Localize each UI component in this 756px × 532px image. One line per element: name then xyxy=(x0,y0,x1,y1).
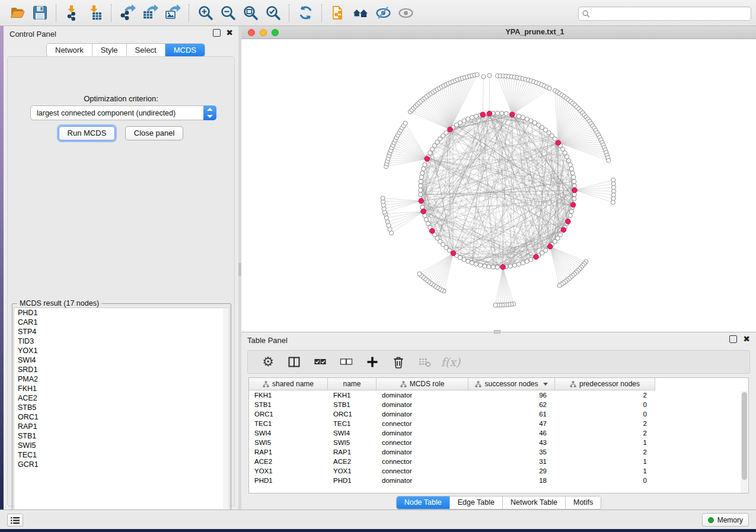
zoom-in-icon[interactable] xyxy=(195,3,215,23)
table-toolbar: ⚙f(x) xyxy=(247,350,750,374)
mcds-result-item[interactable]: STB1 xyxy=(14,431,224,441)
mcds-result-item[interactable]: CAR1 xyxy=(14,318,224,327)
table-cell: ACE2 xyxy=(249,457,328,466)
mcds-result-item[interactable]: YOX1 xyxy=(14,346,224,355)
close-panel-icon[interactable]: ✖ xyxy=(226,28,233,37)
mcds-result-item[interactable]: RAP1 xyxy=(14,422,224,431)
search-input[interactable] xyxy=(593,9,747,18)
show-hidden-icon[interactable] xyxy=(395,3,416,23)
export-network-icon[interactable] xyxy=(117,3,138,23)
float-table-panel-icon[interactable] xyxy=(729,335,737,343)
select-all-icon[interactable] xyxy=(310,352,330,372)
table-scrollbar-thumb[interactable] xyxy=(742,392,747,480)
table-row[interactable]: SWI5SWI5connector431 xyxy=(249,438,748,447)
table-scrollbar[interactable] xyxy=(741,391,748,493)
zoom-out-icon[interactable] xyxy=(218,3,238,23)
tab-node-table[interactable]: Node Table xyxy=(397,496,450,509)
import-network-icon[interactable] xyxy=(62,3,82,23)
search-box[interactable] xyxy=(578,7,751,21)
float-panel-icon[interactable] xyxy=(213,29,221,37)
mcds-result-item[interactable]: SRD1 xyxy=(14,365,224,374)
memory-label: Memory xyxy=(717,516,743,524)
delete-row-icon[interactable] xyxy=(388,352,409,372)
table-row[interactable]: PHD1PHD1dominator180 xyxy=(249,476,748,485)
tab-select[interactable]: Select xyxy=(127,44,165,56)
hide-selection-icon[interactable] xyxy=(373,3,393,23)
table-row[interactable]: FKH1FKH1dominator962 xyxy=(249,390,748,400)
table-row[interactable]: SWI4SWI4dominator462 xyxy=(249,428,748,438)
table-row[interactable]: STB1STB1dominator620 xyxy=(249,400,748,409)
tab-style[interactable]: Style xyxy=(92,44,127,56)
table-cell: STB1 xyxy=(249,400,328,409)
table-cell: TEC1 xyxy=(328,419,377,428)
horizontal-splitter-grip[interactable] xyxy=(494,330,500,334)
optimization-criterion-select[interactable]: largest connected component (undirected) xyxy=(30,105,216,120)
close-panel-button[interactable]: Close panel xyxy=(125,126,184,140)
mcds-result-item[interactable]: STP4 xyxy=(14,327,224,336)
mcds-result-item[interactable]: SWI5 xyxy=(14,441,224,450)
tab-edge-table[interactable]: Edge Table xyxy=(450,496,503,509)
network-window-titlebar[interactable]: YPA_prune.txt_1 xyxy=(241,26,756,39)
mcds-list-scrollbar[interactable] xyxy=(223,307,229,521)
control-panel: Control Panel ✖ NetworkStyleSelectMCDS O… xyxy=(4,26,238,509)
tab-motifs[interactable]: Motifs xyxy=(566,496,601,509)
open-file-icon[interactable] xyxy=(7,3,27,23)
zoom-selected-icon[interactable] xyxy=(263,3,283,23)
add-row-icon[interactable] xyxy=(362,352,382,372)
refresh-layout-icon[interactable] xyxy=(295,3,315,23)
mcds-result-item[interactable]: FKH1 xyxy=(14,384,224,393)
table-cell: 2 xyxy=(555,390,655,400)
close-window-traffic-light[interactable] xyxy=(248,29,255,36)
run-mcds-button[interactable]: Run MCDS xyxy=(59,126,116,140)
table-cell: dominator xyxy=(377,447,468,457)
tab-mcds[interactable]: MCDS xyxy=(165,44,205,56)
network-graph[interactable] xyxy=(241,39,756,332)
control-panel-title: Control Panel xyxy=(9,30,56,39)
tab-network-table[interactable]: Network Table xyxy=(503,496,566,509)
column-header-shared-name[interactable]: shared name xyxy=(249,378,328,390)
export-table-icon[interactable] xyxy=(140,3,160,23)
column-label: name xyxy=(343,380,361,388)
deselect-all-icon[interactable] xyxy=(336,352,356,372)
table-cell: dominator xyxy=(377,390,468,400)
mcds-result-item[interactable]: TEC1 xyxy=(14,450,224,460)
close-table-panel-icon[interactable]: ✖ xyxy=(743,334,750,344)
mcds-result-item[interactable]: PMA2 xyxy=(14,374,224,384)
column-header-name[interactable]: name xyxy=(328,378,377,390)
mcds-result-item[interactable]: GCR1 xyxy=(14,460,224,469)
mcds-result-item[interactable]: ACE2 xyxy=(14,393,224,403)
table-row[interactable]: ACE2ACE2connector311 xyxy=(249,457,748,466)
mcds-result-list[interactable]: PHD1CAR1STP4TID3YOX1SWI4SRD1PMA2FKH1ACE2… xyxy=(14,307,224,521)
show-columns-icon[interactable] xyxy=(284,352,304,372)
minimize-window-traffic-light[interactable] xyxy=(260,29,267,36)
tab-network[interactable]: Network xyxy=(47,44,92,56)
table-row[interactable]: YOX1YOX1connector291 xyxy=(249,466,748,476)
table-cell: dominator xyxy=(377,428,468,438)
settings-gear-icon[interactable]: ⚙ xyxy=(258,352,278,372)
save-session-icon[interactable] xyxy=(30,3,50,23)
network-canvas[interactable] xyxy=(241,39,756,332)
memory-button[interactable]: Memory xyxy=(702,513,749,527)
mcds-result-item[interactable]: STB5 xyxy=(14,403,224,412)
task-history-button[interactable] xyxy=(7,514,23,527)
import-table-icon[interactable] xyxy=(85,3,105,23)
mcds-result-item[interactable]: SWI4 xyxy=(14,355,224,365)
mcds-result-item[interactable]: PHD1 xyxy=(14,308,224,318)
table-cell: 1 xyxy=(555,438,655,447)
mcds-result-item[interactable]: ORC1 xyxy=(14,412,224,422)
table-cell: connector xyxy=(377,457,468,466)
column-header-MCDS-role[interactable]: MCDS role xyxy=(377,378,468,390)
zoom-fit-icon[interactable] xyxy=(240,3,260,23)
column-header-predecessor-nodes[interactable]: predecessor nodes xyxy=(555,378,655,390)
export-image-icon[interactable] xyxy=(162,3,183,23)
mcds-result-item[interactable]: TID3 xyxy=(14,336,224,346)
clone-network-icon[interactable] xyxy=(328,3,348,23)
table-cell: 35 xyxy=(468,447,555,457)
table-cell: SWI5 xyxy=(249,438,328,447)
table-row[interactable]: TEC1TEC1connector472 xyxy=(249,419,748,428)
status-bar: Memory xyxy=(0,509,756,529)
column-header-successor-nodes[interactable]: successor nodes xyxy=(468,378,555,390)
homes-icon[interactable] xyxy=(350,3,371,23)
table-row[interactable]: ORC1ORC1dominator610 xyxy=(249,409,748,419)
table-row[interactable]: RAP1RAP1dominator352 xyxy=(249,447,748,457)
